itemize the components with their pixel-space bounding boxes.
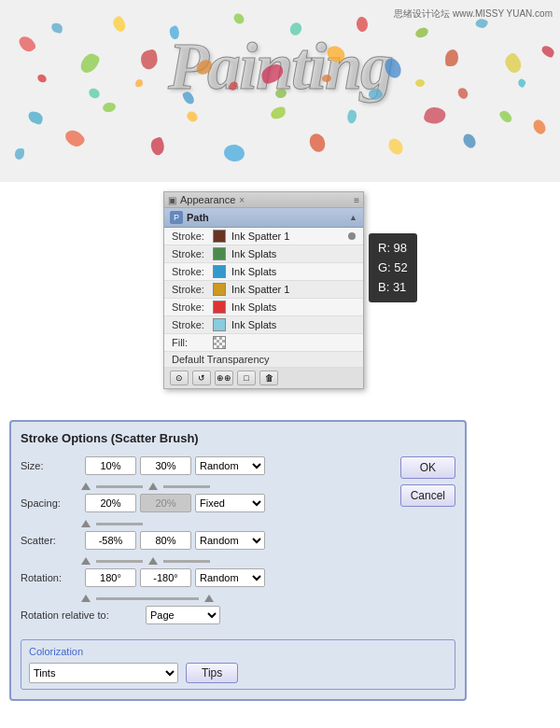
paint-splat [502,51,525,76]
tints-select[interactable]: Tints [29,663,178,683]
scroll-up-icon[interactable]: ▲ [349,213,357,222]
size-slider-1[interactable] [96,485,143,488]
spacing-sliders [21,520,393,527]
buttons-col: OK Cancel [400,456,455,507]
paint-splat [36,73,49,84]
stroke-color-swatch [213,301,226,314]
rotation-select[interactable]: Random [195,568,265,587]
paint-splat [223,144,245,162]
scatter-slider-right-up[interactable] [148,557,158,565]
size-slider-2[interactable] [163,485,210,488]
paint-splat [17,34,37,55]
rotation-row: Rotation: Random [21,568,393,587]
stroke-label: Stroke: [172,301,207,313]
paint-splat [15,148,24,160]
paint-splat [385,136,405,158]
stroke-options-panel: Stroke Options (Scatter Brush) Size: Ran… [9,420,467,701]
panel-toolbar: ⊙ ↺ ⊕⊕ □ 🗑 [164,368,363,388]
spacing-label: Spacing: [21,497,81,509]
rotation-label: Rotation: [21,572,81,583]
paint-splat [63,126,86,150]
size-slider-right-up[interactable] [148,483,158,490]
stroke-label: Stroke: [172,231,207,242]
paint-splat [461,132,478,150]
rotation-slider-up[interactable] [81,595,91,602]
paint-splat [231,11,245,26]
cancel-button[interactable]: Cancel [400,484,455,507]
rotation-slider-right-up[interactable] [204,595,214,602]
paint-splat [531,118,548,136]
colorization-box: Colorization Tints Tips [21,639,455,690]
rotation-input-2[interactable] [140,568,191,587]
fill-checker [213,336,226,349]
stroke-label: Stroke: [172,248,207,259]
stroke-row[interactable]: Stroke:Ink Splats [164,316,363,334]
scatter-label: Scatter: [21,535,81,546]
size-sliders [21,483,393,490]
paint-splat [134,78,143,87]
scatter-select[interactable]: Random [195,531,265,550]
scatter-input-1[interactable] [85,531,136,550]
color-g: G: 52 [378,259,408,278]
panel-menu-icon[interactable]: ≡ [354,195,359,205]
paint-splat [445,49,459,66]
stroke-label: Stroke: [172,319,207,330]
rows-section: Size: Random Spacing: Fixed [21,456,393,632]
main-options-area: Size: Random Spacing: Fixed [21,456,455,632]
size-input-2[interactable] [140,456,191,475]
close-button[interactable]: × [239,195,245,205]
stroke-name: Ink Splats [231,266,276,277]
paint-splat [516,77,526,88]
titlebar-left: ▣ Appearance × [168,194,245,205]
stroke-color-swatch [213,283,226,296]
toolbar-btn-2[interactable]: ↺ [192,371,211,385]
scatter-slider-left-up[interactable] [81,557,91,565]
stroke-name: Ink Splats [231,319,276,330]
stroke-row[interactable]: Stroke:Ink Spatter 1 [164,228,363,245]
colorization-title: Colorization [29,646,447,657]
fill-row: Fill: [164,334,363,352]
toolbar-btn-5[interactable]: 🗑 [259,371,278,385]
size-label: Size: [21,460,81,471]
scatter-slider-1[interactable] [96,560,143,563]
stroke-row[interactable]: Stroke:Ink Splats [164,245,363,263]
paint-splat [50,22,63,34]
paint-splat [102,102,117,113]
paint-splat [307,132,328,155]
stroke-row[interactable]: Stroke:Ink Splats [164,263,363,281]
size-input-1[interactable] [85,456,136,475]
spacing-select[interactable]: Fixed [195,494,265,512]
stroke-color-swatch [213,265,226,278]
appearance-panel: ▣ Appearance × ≡ P Path ▲ Stroke:Ink Spa… [163,191,364,389]
appearance-titlebar: ▣ Appearance × ≡ [164,192,363,208]
ok-button[interactable]: OK [400,456,455,479]
toolbar-btn-1[interactable]: ⊙ [170,371,189,385]
rotation-slider[interactable] [96,597,199,600]
rotation-rel-label: Rotation relative to: [21,609,142,621]
size-select[interactable]: Random [195,456,265,475]
color-r: R: 98 [378,239,408,259]
rotation-rel-select[interactable]: Page [146,606,220,624]
tips-button[interactable]: Tips [186,663,238,683]
spacing-slider-up[interactable] [81,520,91,527]
stroke-row[interactable]: Stroke:Ink Spatter 1 [164,281,363,299]
panel-title: Appearance [180,194,235,205]
toolbar-btn-4[interactable]: □ [237,371,256,385]
spacing-input-1[interactable] [85,494,136,512]
stroke-row[interactable]: Stroke:Ink Splats [164,299,363,316]
path-icon: P [170,211,183,224]
paint-splat [27,110,45,125]
spacing-row: Spacing: Fixed [21,494,393,512]
size-slider-left-up[interactable] [81,483,91,490]
scatter-input-2[interactable] [140,531,191,550]
default-transparency: Default Transparency [164,352,363,368]
spacing-slider[interactable] [96,523,143,525]
paint-splat [345,109,358,125]
scatter-slider-2[interactable] [163,560,210,563]
rotation-input-1[interactable] [85,568,136,587]
paint-splat [414,26,430,40]
paint-splat [270,106,287,119]
toolbar-btn-3[interactable]: ⊕⊕ [215,371,233,385]
stroke-color-swatch [213,230,226,243]
path-label: Path [187,212,209,223]
